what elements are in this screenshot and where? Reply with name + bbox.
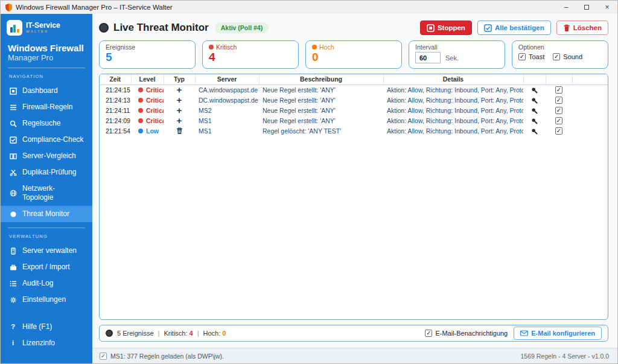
trash-icon xyxy=(563,24,570,32)
table-row: 21:24:09 Critical + MS1 Neue Regel erste… xyxy=(100,115,608,126)
close-button[interactable]: × xyxy=(597,1,617,14)
col-typ: Typ xyxy=(164,74,195,85)
col-level: Level xyxy=(131,74,164,85)
sidebar-item-compliance-check[interactable]: Compliance-Check xyxy=(1,132,92,148)
events-card: Ereignisse 5 xyxy=(99,40,196,69)
sidebar-item-label: Netzwerk-Topologie xyxy=(22,184,84,202)
maximize-button[interactable] xyxy=(576,1,597,14)
col-actions-1 xyxy=(523,74,546,85)
event-description: Neue Regel erstellt: 'ANY' xyxy=(259,85,383,95)
sidebar-item-netzwerk-topologie[interactable]: Netzwerk-Topologie xyxy=(1,180,92,206)
globe-icon xyxy=(9,190,17,197)
level-label: Critical xyxy=(146,117,164,124)
admin-section-label: VERWALTUNG xyxy=(1,232,92,243)
checkbox-checked-icon xyxy=(425,330,432,337)
delete-button-label: Löschen xyxy=(573,24,602,31)
event-description: Neue Regel erstellt: 'ANY' xyxy=(259,115,383,126)
delete-button[interactable]: Löschen xyxy=(556,21,608,35)
inspect-magnifier-icon[interactable] xyxy=(531,97,538,104)
sidebar-item-dashboard[interactable]: Dashboard xyxy=(1,83,92,99)
events-table-panel: Zeit Level Typ Server Beschreibung Detai… xyxy=(99,74,608,320)
critical-dot-icon xyxy=(209,45,214,49)
event-details: Aktion: Allow, Richtung: Inbound, Port: … xyxy=(383,126,523,136)
divider xyxy=(8,228,85,228)
acknowledge-checkbox[interactable] xyxy=(555,117,562,124)
sidebar-item-firewall-regeln[interactable]: Firewall-Regeln xyxy=(1,99,92,115)
table-row: 21:24:15 Critical + CA.windowspapst.de N… xyxy=(100,85,608,95)
sidebar-item-server-verwalten[interactable]: Server verwalten xyxy=(1,243,92,259)
interval-label: Intervall xyxy=(415,43,438,51)
app-title: Windows Firewall xyxy=(1,38,92,53)
stop-icon xyxy=(427,24,435,32)
confirm-all-button[interactable]: Alle bestätigen xyxy=(477,21,551,35)
col-zeit: Zeit xyxy=(100,74,131,85)
toast-checkbox[interactable]: Toast xyxy=(518,53,544,60)
email-notification-checkbox[interactable]: E-Mail-Benachrichtigung xyxy=(425,330,508,337)
app-subtitle: Manager Pro xyxy=(1,53,92,62)
inspect-magnifier-icon[interactable] xyxy=(531,87,538,94)
sidebar-item-label: Server-Vergleich xyxy=(22,152,76,161)
interval-input[interactable] xyxy=(415,52,441,63)
logo-chart-icon xyxy=(7,20,22,36)
rule-created-plus-icon: + xyxy=(177,115,182,126)
critical-value: 4 xyxy=(209,51,292,64)
event-details: Aktion: Allow, Richtung: Inbound, Port: … xyxy=(383,105,523,115)
acknowledge-checkbox[interactable] xyxy=(555,97,562,104)
sound-checkbox[interactable]: Sound xyxy=(553,53,582,60)
col-spacer xyxy=(572,74,608,85)
acknowledge-checkbox[interactable] xyxy=(555,86,562,94)
table-row: 21:24:13 Critical + DC.windowspapst.de N… xyxy=(100,95,608,105)
search-icon xyxy=(9,120,17,127)
statusbar-right-text: 1569 Regeln - 4 Server - v1.0.0 xyxy=(521,353,610,360)
app-icon xyxy=(5,4,12,11)
interval-card: Intervall Sek. xyxy=(409,40,505,69)
event-server: MS1 xyxy=(195,126,259,136)
stats-row: Ereignisse 5 Kritisch 4 Hoch 0 Intervall xyxy=(99,40,608,69)
sidebar-item-server-vergleich[interactable]: Server-Vergleich xyxy=(1,148,92,164)
inspect-magnifier-icon[interactable] xyxy=(531,128,538,135)
gear-icon xyxy=(9,296,17,304)
level-dot-icon xyxy=(138,108,143,113)
level-dot-icon xyxy=(138,129,143,133)
critical-summary-label: Kritisch: xyxy=(164,330,187,337)
critical-label: Kritisch xyxy=(216,43,237,51)
events-label: Ereignisse xyxy=(106,43,135,51)
inspect-magnifier-icon[interactable] xyxy=(531,118,538,124)
maximize-icon xyxy=(584,5,589,10)
stop-button[interactable]: Stoppen xyxy=(420,21,472,35)
inspect-magnifier-icon[interactable] xyxy=(531,107,538,114)
sidebar-item-hilfe[interactable]: ? Hilfe (F1) xyxy=(1,319,92,335)
monitor-status-icon xyxy=(106,330,113,337)
event-time: 21:24:09 xyxy=(100,115,131,126)
table-row: 21:21:54 Low MS1 Regel gelöscht: 'ANY TE… xyxy=(100,126,608,136)
checkbox-checked-icon xyxy=(553,53,560,60)
sidebar-item-audit-log[interactable]: Audit-Log xyxy=(1,275,92,292)
event-details: Aktion: Allow, Richtung: Inbound, Port: … xyxy=(383,115,523,126)
nav-section-label: NAVIGATION xyxy=(1,72,92,83)
sidebar-item-duplikat-pruefung[interactable]: Duplikat-Prüfung xyxy=(1,164,92,180)
email-notification-label: E-Mail-Benachrichtigung xyxy=(435,330,508,337)
briefcase-icon xyxy=(9,264,17,271)
logo-subtitle: WALTER xyxy=(26,29,60,34)
table-header-row: Zeit Level Typ Server Beschreibung Detai… xyxy=(100,74,608,85)
titlebar: Windows Firewall Manager Pro – IT-Servic… xyxy=(1,1,617,14)
sidebar-item-regelsuche[interactable]: Regelsuche xyxy=(1,115,92,132)
acknowledge-checkbox[interactable] xyxy=(555,127,562,135)
sidebar-item-einstellungen[interactable]: Einstellungen xyxy=(1,292,92,308)
sidebar-item-lizenzinfo[interactable]: i Lizenzinfo xyxy=(1,335,92,351)
list-icon xyxy=(9,104,17,111)
sidebar-item-threat-monitor[interactable]: Threat Monitor xyxy=(1,206,92,222)
sidebar-item-export-import[interactable]: Export / Import xyxy=(1,259,92,275)
separator: | xyxy=(197,330,199,337)
configure-email-button[interactable]: E-Mail konfigurieren xyxy=(514,327,602,340)
compare-icon xyxy=(9,153,17,160)
event-server: MS2 xyxy=(195,105,259,115)
sidebar-item-label: Server verwalten xyxy=(22,246,77,255)
minimize-button[interactable]: – xyxy=(556,1,576,14)
monitor-circle-icon xyxy=(9,211,17,218)
dashboard-icon xyxy=(9,88,17,95)
table-row: 21:24:11 Critical + MS2 Neue Regel erste… xyxy=(100,105,608,115)
app-window: Windows Firewall Manager Pro – IT-Servic… xyxy=(0,0,618,364)
event-description: Neue Regel erstellt: 'ANY' xyxy=(259,105,383,115)
acknowledge-checkbox[interactable] xyxy=(555,107,562,114)
